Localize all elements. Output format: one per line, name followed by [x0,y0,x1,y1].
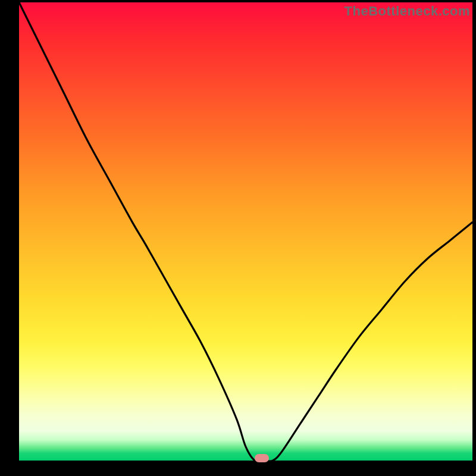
plot-area [19,2,472,461]
valley-marker [255,454,269,462]
bottleneck-curve [19,2,472,461]
watermark-text: TheBottleneck.com [345,4,470,19]
chart-stage: TheBottleneck.com [0,0,476,476]
